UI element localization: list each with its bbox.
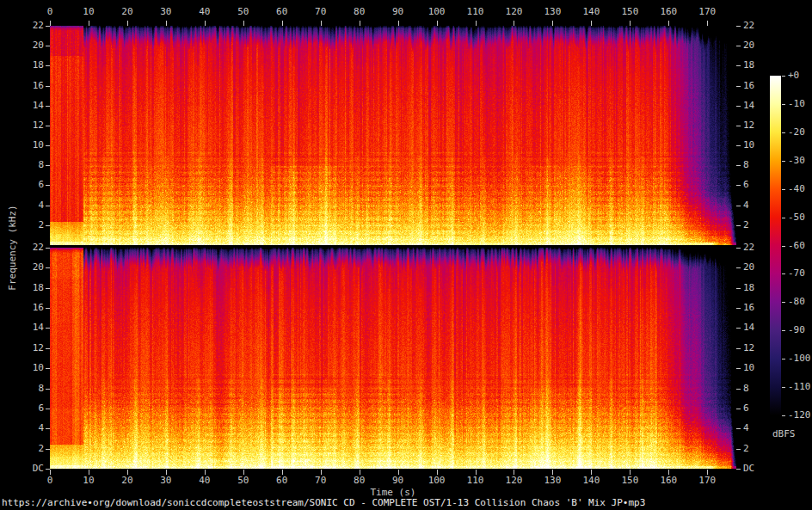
y-tick-right: [736, 126, 741, 126]
x-tick-label-top: 140: [574, 6, 608, 18]
colorbar-gradient: [770, 76, 781, 415]
x-tick-top: [205, 21, 206, 26]
colorbar-tick-label: -100: [788, 353, 812, 365]
y-tick-left: [46, 409, 50, 409]
y-tick-right: [736, 165, 741, 166]
x-tick-label-bottom: 50: [226, 475, 261, 487]
x-tick-label-bottom: 110: [458, 475, 493, 487]
colorbar-tick-label: -20: [788, 126, 812, 138]
x-tick-label-bottom: 140: [574, 475, 608, 487]
colorbar-tick-label: -60: [788, 240, 812, 252]
y-tick-right: [736, 308, 741, 309]
y-tick-right: [736, 267, 741, 268]
x-tick-top: [282, 21, 283, 26]
x-tick-label-top: 150: [612, 6, 647, 18]
y-tick-label-left: 4: [8, 422, 44, 434]
x-tick-top: [668, 21, 669, 26]
x-tick-top: [360, 21, 360, 26]
y-tick-left: [46, 145, 50, 146]
colorbar-tick: [782, 161, 785, 162]
y-tick-label-right-dc: DC: [743, 463, 779, 475]
x-tick-label-bottom: 100: [420, 475, 454, 487]
x-tick-label-bottom: 130: [535, 475, 569, 487]
colorbar-tick: [782, 359, 785, 359]
y-tick-left: [46, 206, 50, 206]
y-tick-right: [736, 46, 741, 46]
x-tick-label-bottom: 160: [651, 475, 686, 487]
colorbar-tick: [782, 387, 785, 388]
y-tick-right: [736, 368, 741, 369]
x-tick-label-bottom: 60: [265, 475, 299, 487]
colorbar-tick-label: +0: [788, 70, 812, 82]
y-tick-label-left: 6: [8, 179, 44, 191]
x-tick-label-top: 110: [458, 6, 493, 18]
x-tick-label-bottom: 20: [110, 475, 145, 487]
y-tick-right-dc: [736, 469, 741, 470]
y-tick-left: [46, 428, 50, 429]
colorbar-tick: [782, 273, 785, 274]
y-tick-label-left: 2: [8, 219, 44, 231]
y-tick-right: [736, 65, 741, 66]
x-tick-top: [707, 21, 708, 26]
colorbar-tick: [782, 189, 785, 190]
spectrogram-screenshot: Frequency (kHz) 001010202030304040505060…: [0, 0, 812, 510]
x-tick-top: [50, 21, 51, 26]
y-tick-left: [46, 288, 50, 289]
y-tick-right: [736, 106, 741, 107]
x-tick-top: [127, 21, 128, 26]
colorbar-tick: [782, 246, 785, 247]
x-tick-label-bottom: 40: [188, 475, 222, 487]
y-tick-left: [46, 26, 50, 27]
y-tick-label-left: 14: [8, 322, 44, 334]
y-tick-label-left: 16: [8, 80, 44, 92]
y-tick-label-left: 10: [8, 362, 44, 374]
y-tick-left: [46, 328, 50, 329]
x-tick-label-top: 50: [226, 6, 261, 18]
y-tick-left: [46, 106, 50, 107]
y-tick-right: [736, 348, 741, 349]
colorbar-tick-label: -40: [788, 183, 812, 195]
x-tick-label-top: 10: [71, 6, 106, 18]
colorbar-tick: [782, 218, 785, 218]
x-tick-label-bottom: 30: [149, 475, 183, 487]
x-tick-top: [166, 21, 167, 26]
y-tick-left: [46, 46, 50, 46]
y-tick-label-right: 20: [743, 40, 779, 52]
colorbar-tick-label: -10: [788, 98, 812, 110]
colorbar-tick: [782, 104, 785, 105]
x-tick-label-top: 70: [304, 6, 338, 18]
x-tick-label-top: 130: [535, 6, 569, 18]
colorbar-unit-label: dBFS: [772, 428, 796, 440]
y-tick-label-left: 20: [8, 261, 44, 273]
y-tick-right: [736, 145, 741, 146]
y-tick-label-left: 6: [8, 402, 44, 415]
y-tick-label-right: 2: [743, 443, 779, 455]
y-tick-left: [46, 308, 50, 309]
x-tick-label-top: 120: [496, 6, 531, 18]
x-tick-label-bottom: 80: [342, 475, 377, 487]
y-tick-left: [46, 165, 50, 166]
y-tick-label-left: 10: [8, 139, 44, 151]
y-tick-left: [46, 348, 50, 349]
y-tick-right: [736, 449, 741, 450]
colorbar-tick: [782, 330, 785, 331]
y-tick-label-left: 4: [8, 200, 44, 212]
x-tick-label-top: 20: [110, 6, 145, 18]
x-tick-label-bottom: 90: [381, 475, 415, 487]
x-tick-label-top: 60: [265, 6, 299, 18]
x-tick-label-top: 30: [149, 6, 183, 18]
x-tick-label-bottom: 150: [612, 475, 647, 487]
colorbar-tick-label: -120: [788, 409, 812, 421]
y-tick-label-left-dc: DC: [8, 463, 44, 475]
x-tick-label-top: 170: [690, 6, 724, 18]
y-tick-right: [736, 428, 741, 429]
y-tick-left: [46, 449, 50, 450]
y-tick-left: [46, 267, 50, 268]
y-tick-left: [46, 65, 50, 66]
spectrogram-panel-left-channel: [50, 26, 736, 245]
x-tick-label-bottom: 170: [690, 475, 724, 487]
colorbar-tick-label: -30: [788, 155, 812, 167]
y-tick-left-dc: [46, 469, 50, 470]
x-tick-top: [514, 21, 514, 26]
y-tick-left: [46, 225, 50, 226]
